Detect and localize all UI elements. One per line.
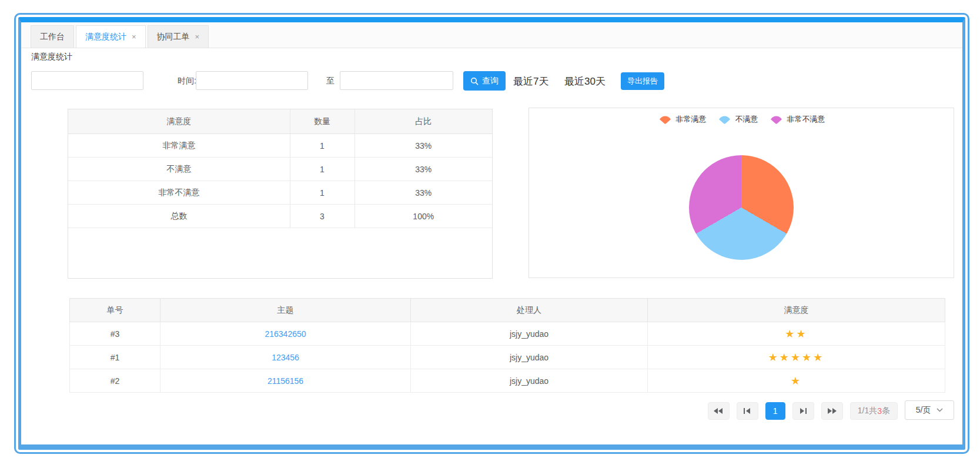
search-button-label: 查询 — [482, 76, 499, 86]
summary-cell: 33% — [354, 134, 492, 158]
page-size-select[interactable]: 5/页 — [905, 400, 954, 420]
page-title: 满意度统计 — [31, 52, 72, 62]
tickets-header-subject: 主题 — [160, 299, 411, 322]
range-separator: 至 — [326, 76, 335, 86]
date-from-input[interactable] — [196, 71, 308, 90]
first-page-button[interactable] — [708, 402, 730, 420]
tab-label: 满意度统计 — [85, 32, 126, 42]
ticket-stars-cell: ★★★★★ — [648, 346, 945, 369]
prev-page-button[interactable] — [737, 402, 758, 420]
close-icon[interactable]: × — [195, 32, 200, 41]
ticket-subject-link[interactable]: 216342650 — [265, 329, 306, 339]
pagination-info-suffix: 条 — [882, 406, 890, 416]
pie-chart[interactable] — [689, 155, 794, 260]
summary-table: 满意度 数量 占比 非常满意133%不满意133%非常不满意133%总数3100… — [68, 109, 492, 228]
tickets-header-order: 单号 — [70, 299, 160, 322]
quick-range-30days[interactable]: 最近30天 — [564, 75, 606, 88]
summary-header-count: 数量 — [290, 109, 354, 134]
summary-row: 不满意133% — [68, 158, 492, 181]
outer-frame: 工作台 满意度统计 × 协同工单 × 满意度统计 时间: 至 — [14, 13, 969, 454]
page-size-value: 5/页 — [916, 405, 931, 416]
ticket-row: #3216342650jsjy_yudao★★ — [70, 322, 945, 346]
ticket-handler-cell: jsjy_yudao — [411, 322, 648, 346]
ticket-order-cell: #3 — [70, 322, 160, 346]
summary-header-row: 满意度 数量 占比 — [68, 109, 492, 134]
ticket-subject-link[interactable]: 123456 — [272, 353, 299, 362]
summary-panel: 满意度 数量 占比 非常满意133%不满意133%非常不满意133%总数3100… — [68, 109, 493, 279]
summary-cell: 33% — [354, 181, 492, 205]
chart-legend: 非常满意不满意非常不满意 — [529, 114, 954, 125]
tickets-table: 单号 主题 处理人 满意度 #3216342650jsjy_yudao★★#11… — [69, 298, 945, 393]
next-page-icon — [799, 407, 807, 414]
pie-sector-icon — [769, 115, 784, 124]
last-page-button[interactable] — [821, 402, 843, 420]
time-label: 时间: — [178, 76, 196, 86]
pagination-total-count: 3 — [877, 406, 882, 416]
summary-cell: 1 — [290, 158, 354, 181]
summary-cell: 33% — [354, 158, 492, 181]
summary-cell: 1 — [290, 134, 354, 158]
ticket-stars-cell: ★★ — [648, 322, 945, 346]
tab-collab-orders[interactable]: 协同工单 × — [148, 25, 209, 48]
ticket-subject-link[interactable]: 21156156 — [267, 376, 303, 386]
quick-range-7days[interactable]: 最近7天 — [513, 75, 548, 88]
summary-cell: 100% — [354, 205, 492, 228]
star-rating: ★★★★★ — [768, 352, 825, 363]
summary-header-ratio: 占比 — [354, 109, 492, 134]
chart-panel: 非常满意不满意非常不满意 — [529, 108, 954, 278]
last-page-icon — [827, 407, 837, 414]
legend-label: 不满意 — [735, 114, 758, 125]
legend-label: 非常不满意 — [787, 114, 825, 125]
search-button[interactable]: 查询 — [463, 71, 506, 91]
export-report-button[interactable]: 导出报告 — [621, 72, 664, 90]
pagination: 1 1/1共3条 5/页 — [708, 402, 954, 420]
ticket-order-cell: #1 — [70, 346, 160, 369]
summary-cell: 总数 — [68, 205, 290, 228]
ticket-subject-cell: 123456 — [160, 346, 411, 369]
tickets-header-row: 单号 主题 处理人 满意度 — [70, 299, 945, 322]
tab-satisfaction-stats[interactable]: 满意度统计 × — [76, 25, 146, 48]
star-rating: ★★ — [785, 328, 807, 340]
summary-cell: 不满意 — [68, 158, 290, 181]
close-icon[interactable]: × — [132, 32, 136, 41]
chevron-down-icon — [936, 408, 943, 412]
legend-item[interactable]: 非常不满意 — [769, 114, 825, 125]
tickets-header-handler: 处理人 — [411, 299, 648, 322]
summary-row: 非常不满意133% — [68, 181, 492, 205]
ticket-subject-cell: 21156156 — [160, 369, 411, 393]
next-page-button[interactable] — [792, 402, 814, 420]
ticket-order-cell: #2 — [70, 369, 160, 393]
date-to-input[interactable] — [340, 71, 453, 90]
keyword-input[interactable] — [31, 71, 143, 90]
ticket-stars-cell: ★ — [648, 369, 945, 393]
ticket-handler-cell: jsjy_yudao — [411, 369, 648, 393]
ticket-subject-cell: 216342650 — [160, 322, 411, 346]
pagination-info-prefix: 1/1共 — [858, 406, 877, 416]
legend-item[interactable]: 非常满意 — [658, 114, 707, 125]
pie-sector-icon — [717, 115, 732, 124]
tab-workbench[interactable]: 工作台 — [31, 25, 74, 48]
first-page-icon — [713, 407, 724, 414]
pie-sector-icon — [658, 115, 673, 124]
ticket-row: #221156156jsjy_yudao★ — [70, 369, 945, 393]
summary-row: 总数3100% — [68, 205, 492, 228]
legend-item[interactable]: 不满意 — [717, 114, 758, 125]
summary-row: 非常满意133% — [68, 134, 492, 158]
tab-label: 工作台 — [40, 32, 65, 42]
tickets-header-satisfaction: 满意度 — [648, 299, 945, 322]
filter-bar: 时间: 至 查询 最近7天 最近30天 导出报告 — [21, 71, 962, 92]
summary-cell: 3 — [290, 205, 354, 228]
ticket-row: #1123456jsjy_yudao★★★★★ — [70, 346, 945, 369]
tab-bar: 工作台 满意度统计 × 协同工单 × — [21, 22, 962, 48]
summary-cell: 非常不满意 — [68, 181, 290, 205]
legend-label: 非常满意 — [676, 114, 707, 125]
summary-cell: 非常满意 — [68, 134, 290, 158]
summary-header-satisfaction: 满意度 — [68, 109, 290, 134]
ticket-handler-cell: jsjy_yudao — [411, 346, 648, 369]
star-rating: ★ — [791, 375, 802, 387]
page-number-button[interactable]: 1 — [765, 402, 785, 420]
prev-page-icon — [743, 407, 751, 414]
pagination-info: 1/1共3条 — [850, 402, 898, 420]
summary-cell: 1 — [290, 181, 354, 205]
search-icon — [470, 77, 479, 85]
